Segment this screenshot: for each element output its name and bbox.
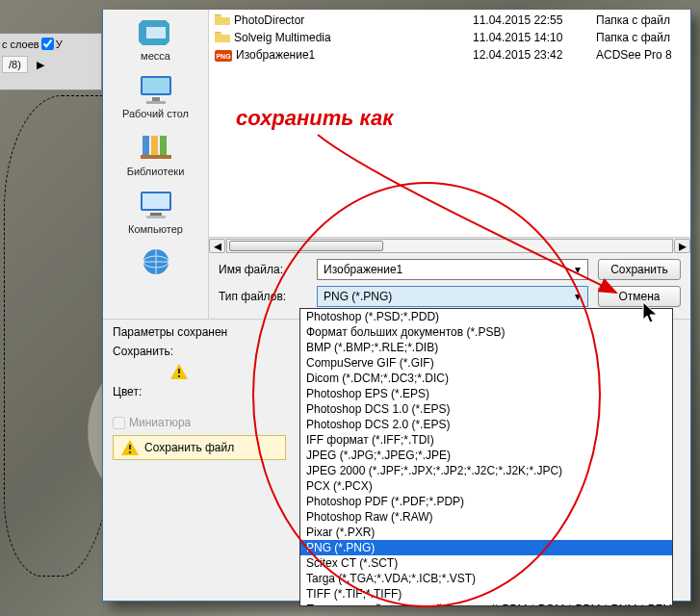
filetype-option[interactable]: JPEG (*.JPG;*.JPEG;*.JPE) <box>300 448 672 463</box>
svg-rect-5 <box>143 136 149 157</box>
scroll-track[interactable] <box>226 239 673 253</box>
png-icon: PNG <box>215 48 232 63</box>
filetype-option[interactable]: Photoshop (*.PSD;*.PDD) <box>300 309 672 324</box>
svg-rect-18 <box>129 451 131 453</box>
thumbnail-checkbox[interactable]: Миниатюра <box>113 416 191 429</box>
svg-rect-4 <box>146 101 166 104</box>
file-name: Изображение1 <box>236 48 315 62</box>
file-date: 11.04.2015 14:10 <box>473 31 590 44</box>
scroll-thumb[interactable] <box>229 241 383 251</box>
file-date: 12.04.2015 23:42 <box>473 48 590 62</box>
place-recent[interactable]: месса <box>113 13 199 62</box>
file-date: 11.04.2015 22:55 <box>473 13 590 27</box>
filename-value: Изображение1 <box>324 263 402 276</box>
place-desktop[interactable]: Рабочий стол <box>113 71 199 119</box>
place-computer[interactable]: Компьютер <box>113 187 199 235</box>
horizontal-scrollbar[interactable]: ◂ ▸ <box>209 237 690 253</box>
cancel-button[interactable]: Отмена <box>598 286 681 307</box>
filetype-label: Тип файлов: <box>219 290 307 303</box>
svg-rect-7 <box>160 136 167 157</box>
svg-rect-0 <box>146 27 166 38</box>
scroll-left-button[interactable]: ◂ <box>209 239 225 253</box>
filetype-option[interactable]: JPEG 2000 (*.JPF;*.JPX;*.JP2;*.J2C;*.J2K… <box>300 463 672 478</box>
save-as-label: Сохранить: <box>113 345 201 358</box>
filetype-option[interactable]: PCX (*.PCX) <box>300 478 672 494</box>
save-button[interactable]: Сохранить <box>598 259 681 280</box>
svg-rect-16 <box>178 375 180 377</box>
filetype-value: PNG (*.PNG) <box>324 290 392 303</box>
place-computer-label: Компьютер <box>113 223 199 235</box>
place-desktop-label: Рабочий стол <box>113 108 199 119</box>
file-row[interactable]: Solveig Multimedia11.04.2015 14:10Папка … <box>215 29 685 46</box>
filetype-option[interactable]: Photoshop Raw (*.RAW) <box>300 509 672 525</box>
file-row[interactable]: PhotoDirector11.04.2015 22:55Папка с фай… <box>215 12 685 29</box>
file-type: Папка с файл <box>596 13 685 27</box>
filename-input[interactable]: Изображение1 ▾ <box>317 259 588 280</box>
file-list[interactable]: PhotoDirector11.04.2015 22:55Папка с фай… <box>209 10 690 237</box>
filetype-option[interactable]: BMP (*.BMP;*.RLE;*.DIB) <box>300 340 672 355</box>
filename-label: Имя файла: <box>219 263 307 276</box>
filetype-option[interactable]: Photoshop EPS (*.EPS) <box>300 386 672 401</box>
warning-icon <box>170 364 188 379</box>
filetype-option[interactable]: TIFF (*.TIF;*.TIFF) <box>300 586 672 602</box>
filetype-option[interactable]: Формат больших документов (*.PSB) <box>300 324 672 340</box>
zoom-fraction: /8) <box>2 56 28 73</box>
filetype-combo[interactable]: PNG (*.PNG) ▾ <box>317 286 588 307</box>
filetype-option[interactable]: Pixar (*.PXR) <box>300 525 672 540</box>
filetype-option[interactable]: CompuServe GIF (*.GIF) <box>300 355 672 371</box>
filetype-option[interactable]: Переносимый растровый формат (*.PBM;*.PG… <box>300 602 672 606</box>
save-button-label: Сохранить <box>610 263 668 276</box>
layers-panel-fragment: с слоев У /8) ▶ <box>0 33 102 90</box>
chevron-down-icon[interactable]: ▾ <box>570 289 585 304</box>
png-icon: PNG <box>215 50 232 62</box>
filetype-option[interactable]: Targa (*.TGA;*.VDA;*.ICB;*.VST) <box>300 571 672 586</box>
svg-rect-2 <box>143 78 169 93</box>
place-libraries[interactable]: Библиотеки <box>113 129 199 177</box>
thumbnail-label: Миниатюра <box>129 416 191 429</box>
filetype-option[interactable]: Photoshop DCS 2.0 (*.EPS) <box>300 417 672 432</box>
filetype-option[interactable]: PNG (*.PNG) <box>300 540 672 555</box>
filetype-option[interactable]: Photoshop DCS 1.0 (*.EPS) <box>300 401 672 417</box>
svg-rect-17 <box>129 445 131 449</box>
layers-check-label: У <box>56 38 63 50</box>
svg-rect-6 <box>151 136 158 157</box>
place-libraries-label: Библиотеки <box>113 166 199 177</box>
file-row[interactable]: PNGИзображение112.04.2015 23:42ACDSee Pr… <box>215 46 685 64</box>
filetype-option[interactable]: Scitex CT (*.SCT) <box>300 555 672 571</box>
file-name: PhotoDirector <box>234 13 304 27</box>
filetype-option[interactable]: Photoshop PDF (*.PDF;*.PDP) <box>300 494 672 509</box>
file-type: Папка с файл <box>596 31 685 44</box>
bottom-warning-text: Сохранить файл <box>144 441 234 454</box>
svg-rect-12 <box>146 216 166 218</box>
cancel-button-label: Отмена <box>618 290 660 303</box>
filetype-dropdown[interactable]: Photoshop (*.PSD;*.PDD)Формат больших до… <box>299 308 673 606</box>
filetype-option[interactable]: IFF формат (*.IFF;*.TDI) <box>300 432 672 448</box>
svg-rect-3 <box>152 97 160 101</box>
place-recent-label: месса <box>113 50 199 62</box>
folder-icon <box>215 30 230 46</box>
bottom-warning-bar: Сохранить файл <box>113 435 286 460</box>
chevron-down-icon[interactable]: ▾ <box>570 262 585 277</box>
svg-rect-15 <box>178 369 180 373</box>
svg-rect-10 <box>143 193 169 209</box>
scroll-right-button[interactable]: ▸ <box>674 239 690 253</box>
svg-rect-8 <box>141 155 171 159</box>
layers-text: с слоев <box>2 38 39 50</box>
file-type: ACDSee Pro 8 <box>596 48 685 62</box>
params-header: Параметры сохранен <box>113 325 227 339</box>
folder-icon <box>215 13 230 29</box>
svg-rect-11 <box>150 213 162 216</box>
file-name: Solveig Multimedia <box>234 31 331 44</box>
filetype-option[interactable]: Dicom (*.DCM;*.DC3;*.DIC) <box>300 371 672 386</box>
color-label: Цвет: <box>113 385 201 398</box>
layers-checkbox[interactable] <box>41 38 54 50</box>
place-network[interactable] <box>113 244 199 281</box>
warning-icon <box>121 440 139 455</box>
places-bar: месса Рабочий стол Библиотеки Компьютер <box>103 10 209 319</box>
file-list-area: PhotoDirector11.04.2015 22:55Папка с фай… <box>209 10 690 319</box>
